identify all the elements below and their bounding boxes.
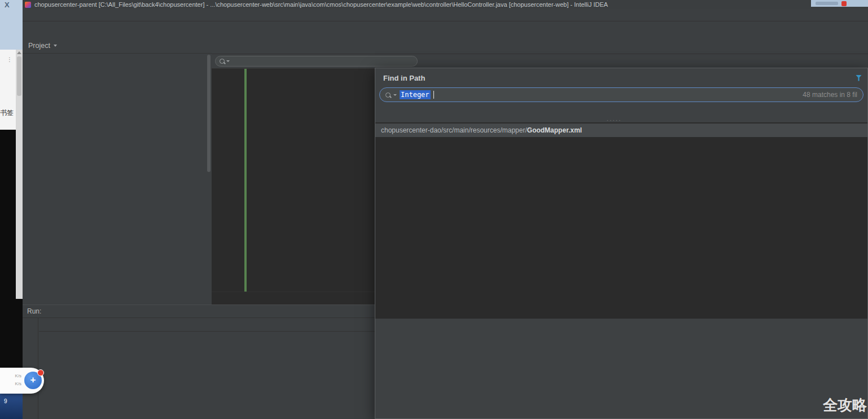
search-history-icon[interactable] <box>226 60 230 62</box>
editor-tab-bar <box>212 38 868 54</box>
text-caret <box>433 91 434 99</box>
navigation-breadcrumb <box>23 21 868 38</box>
search-icon <box>385 92 391 98</box>
watermark: 全攻略 <box>823 395 867 415</box>
result-preview-editor[interactable]: ctrl+shift+ F <box>375 138 867 319</box>
intellij-logo-icon <box>25 2 31 8</box>
changed-lines-stripe <box>244 69 247 292</box>
window-title: chopusercenter-parent [C:\All_Files\git\… <box>34 1 608 8</box>
path-prefix: chopusercenter-dao/src/main/resources/ma… <box>381 126 527 134</box>
taskbar-count: 9 <box>4 398 7 404</box>
project-panel-title[interactable]: Project <box>28 42 50 50</box>
search-input[interactable]: Integer 48 matches in 8 fil <box>379 87 863 102</box>
scrollbar-thumb[interactable] <box>17 56 21 96</box>
find-input[interactable] <box>215 56 418 67</box>
search-results-list: ····· <box>375 122 867 123</box>
more-dots-icon: ⋮ <box>7 58 12 61</box>
search-history-icon[interactable] <box>393 94 397 96</box>
background-window-page: ⋮ 书签 <box>0 50 16 130</box>
search-icon <box>220 59 225 64</box>
background-top-window <box>811 0 868 7</box>
close-icon[interactable] <box>841 1 847 6</box>
project-tool-window: Project <box>23 38 212 305</box>
dialog-title: Find in Path <box>383 74 425 82</box>
scroll-up-icon[interactable] <box>17 51 21 54</box>
project-panel-header: Project <box>23 38 212 54</box>
title-bar: chopusercenter-parent [C:\All_Files\git\… <box>23 0 868 9</box>
speed-down-label: K/s <box>3 381 21 386</box>
screen: X ⋮ 书签 chopusercenter-parent [C:\All_Fil… <box>0 0 868 419</box>
search-query: Integer <box>400 90 431 99</box>
background-scrollbar[interactable] <box>16 50 23 299</box>
close-icon[interactable]: X <box>5 1 10 9</box>
editor-find-bar <box>212 54 868 69</box>
filter-icon[interactable] <box>856 75 862 81</box>
speed-up-label: K/s <box>3 373 21 378</box>
path-filename: GoodMapper.xml <box>527 126 582 134</box>
network-speed-widget[interactable]: K/s K/s + <box>0 368 44 394</box>
result-file-path[interactable]: chopusercenter-dao/src/main/resources/ma… <box>375 123 867 138</box>
chevron-down-icon[interactable] <box>54 45 57 47</box>
notification-dot <box>37 369 44 376</box>
menu-bar <box>23 9 868 21</box>
more-results-indicator: ····· <box>607 117 622 124</box>
background-window-chrome: X <box>0 0 23 50</box>
run-label: Run: <box>27 307 41 315</box>
find-in-path-dialog: Find in Path Integer 48 matches in 8 fil… <box>375 68 868 419</box>
background-blur <box>816 2 838 5</box>
match-count: 48 matches in 8 fil <box>803 91 857 99</box>
taskbar-corner[interactable]: 9 <box>0 393 23 419</box>
project-tree <box>23 54 212 305</box>
bookmark-label: 书签 <box>0 108 16 118</box>
tree-scrollbar[interactable] <box>207 55 211 172</box>
background-window: X ⋮ 书签 <box>0 0 23 419</box>
